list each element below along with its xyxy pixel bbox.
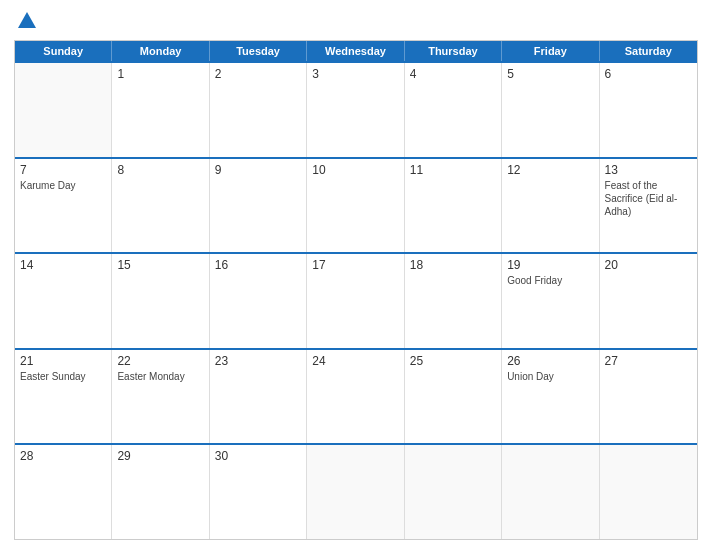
event-label: Karume Day [20, 179, 106, 192]
calendar-row: 21Easter Sunday22Easter Monday23242526Un… [15, 348, 697, 444]
event-label: Easter Sunday [20, 370, 106, 383]
calendar-cell: 4 [405, 63, 502, 157]
calendar-cell: 26Union Day [502, 350, 599, 444]
calendar-cell: 9 [210, 159, 307, 253]
day-number: 6 [605, 67, 692, 81]
logo-icon [16, 10, 38, 32]
day-number: 27 [605, 354, 692, 368]
calendar-cell: 25 [405, 350, 502, 444]
day-number: 20 [605, 258, 692, 272]
day-number: 14 [20, 258, 106, 272]
day-number: 26 [507, 354, 593, 368]
day-number: 15 [117, 258, 203, 272]
cal-header-cell: Tuesday [210, 41, 307, 61]
calendar-cell: 1 [112, 63, 209, 157]
calendar-cell: 5 [502, 63, 599, 157]
day-number: 28 [20, 449, 106, 463]
day-number: 7 [20, 163, 106, 177]
day-number: 13 [605, 163, 692, 177]
calendar-cell: 30 [210, 445, 307, 539]
cal-header-cell: Saturday [600, 41, 697, 61]
day-number: 25 [410, 354, 496, 368]
calendar: SundayMondayTuesdayWednesdayThursdayFrid… [14, 40, 698, 540]
event-label: Union Day [507, 370, 593, 383]
calendar-cell: 29 [112, 445, 209, 539]
calendar-cell: 21Easter Sunday [15, 350, 112, 444]
day-number: 16 [215, 258, 301, 272]
day-number: 12 [507, 163, 593, 177]
calendar-body: 1234567Karume Day8910111213Feast of the … [15, 61, 697, 539]
calendar-cell: 19Good Friday [502, 254, 599, 348]
logo [14, 10, 38, 32]
calendar-cell: 18 [405, 254, 502, 348]
calendar-cell: 12 [502, 159, 599, 253]
calendar-cell: 11 [405, 159, 502, 253]
day-number: 29 [117, 449, 203, 463]
calendar-cell: 3 [307, 63, 404, 157]
day-number: 10 [312, 163, 398, 177]
calendar-row: 141516171819Good Friday20 [15, 252, 697, 348]
day-number: 11 [410, 163, 496, 177]
day-number: 23 [215, 354, 301, 368]
cal-header-cell: Sunday [15, 41, 112, 61]
day-number: 9 [215, 163, 301, 177]
day-number: 21 [20, 354, 106, 368]
calendar-cell: 2 [210, 63, 307, 157]
calendar-cell: 8 [112, 159, 209, 253]
cal-header-cell: Thursday [405, 41, 502, 61]
event-label: Feast of the Sacrifice (Eid al-Adha) [605, 179, 692, 218]
cal-header-cell: Monday [112, 41, 209, 61]
day-number: 24 [312, 354, 398, 368]
calendar-header: SundayMondayTuesdayWednesdayThursdayFrid… [15, 41, 697, 61]
day-number: 22 [117, 354, 203, 368]
calendar-row: 282930 [15, 443, 697, 539]
calendar-cell: 14 [15, 254, 112, 348]
calendar-cell: 23 [210, 350, 307, 444]
day-number: 4 [410, 67, 496, 81]
calendar-cell: 16 [210, 254, 307, 348]
day-number: 30 [215, 449, 301, 463]
svg-marker-0 [18, 12, 36, 28]
event-label: Good Friday [507, 274, 593, 287]
calendar-cell: 24 [307, 350, 404, 444]
calendar-cell [15, 63, 112, 157]
day-number: 2 [215, 67, 301, 81]
calendar-cell: 20 [600, 254, 697, 348]
cal-header-cell: Wednesday [307, 41, 404, 61]
calendar-cell: 6 [600, 63, 697, 157]
calendar-cell: 27 [600, 350, 697, 444]
day-number: 5 [507, 67, 593, 81]
calendar-cell: 7Karume Day [15, 159, 112, 253]
day-number: 18 [410, 258, 496, 272]
calendar-cell: 10 [307, 159, 404, 253]
day-number: 19 [507, 258, 593, 272]
header [14, 10, 698, 32]
cal-header-cell: Friday [502, 41, 599, 61]
day-number: 1 [117, 67, 203, 81]
calendar-cell: 17 [307, 254, 404, 348]
page: SundayMondayTuesdayWednesdayThursdayFrid… [0, 0, 712, 550]
calendar-row: 123456 [15, 61, 697, 157]
day-number: 3 [312, 67, 398, 81]
calendar-cell: 15 [112, 254, 209, 348]
calendar-cell: 22Easter Monday [112, 350, 209, 444]
calendar-cell: 13Feast of the Sacrifice (Eid al-Adha) [600, 159, 697, 253]
event-label: Easter Monday [117, 370, 203, 383]
day-number: 8 [117, 163, 203, 177]
calendar-row: 7Karume Day8910111213Feast of the Sacrif… [15, 157, 697, 253]
calendar-cell [502, 445, 599, 539]
day-number: 17 [312, 258, 398, 272]
calendar-cell: 28 [15, 445, 112, 539]
calendar-cell [600, 445, 697, 539]
calendar-cell [405, 445, 502, 539]
calendar-cell [307, 445, 404, 539]
